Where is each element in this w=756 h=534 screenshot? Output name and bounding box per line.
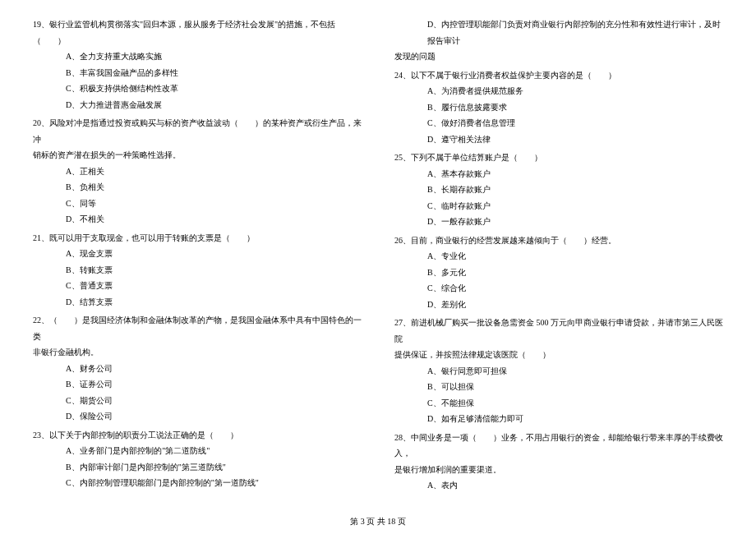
option-a: A、专业化 — [394, 248, 723, 265]
question-24: 24、以下不属于银行业消费者权益保护主要内容的是（ ） A、为消费者提供规范服务… — [394, 67, 723, 148]
question-stem: 前进机械厂购买一批设备急需资金 500 万元向甲商业银行申请贷款，并请市第三人民… — [394, 318, 723, 343]
question-27: 27、前进机械厂购买一批设备急需资金 500 万元向甲商业银行申请贷款，并请市第… — [394, 315, 723, 427]
question-text: 20、风险对冲是指通过投资或购买与标的资产收益波动（ ）的某种资产或衍生产品，来… — [33, 115, 362, 147]
option-b: B、转账支票 — [33, 262, 362, 279]
question-number: 26 — [394, 236, 403, 245]
option-a: A、现金支票 — [33, 246, 362, 262]
question-text: 24、以下不属于银行业消费者权益保护主要内容的是（ ） — [394, 67, 723, 84]
document-content: 19、银行业监管机构贯彻落实"回归本源，服从服务于经济社会发展"的措施，不包括（… — [33, 16, 723, 501]
question-continuation: 是银行增加利润的重要渠道。 — [394, 462, 723, 478]
option-a: A、基本存款账户 — [394, 166, 723, 182]
option-a: A、为消费者提供规范服务 — [394, 83, 723, 99]
question-26: 26、目前，商业银行的经营发展越来越倾向于（ ）经营。 A、专业化 B、多元化 … — [394, 232, 723, 313]
question-number: 28 — [394, 433, 403, 442]
option-a: A、正相关 — [33, 163, 362, 180]
question-text: 22、（ ）是我国经济体制和金融体制改革的产物，是我国金融体系中具有中国特色的一… — [33, 312, 362, 344]
question-20: 20、风险对冲是指通过投资或购买与标的资产收益波动（ ）的某种资产或衍生产品，来… — [33, 115, 362, 228]
question-continuation: 提供保证，并按照法律规定该医院（ ） — [394, 347, 723, 363]
question-stem: 银行业监管机构贯彻落实"回归本源，服从服务于经济社会发展"的措施，不包括（ ） — [33, 20, 335, 45]
question-23-d: D、内控管理职能部门负责对商业银行内部控制的充分性和有效性进行审计，及时报告审计… — [394, 16, 723, 65]
question-continuation: 发现的问题 — [394, 48, 723, 65]
option-a: A、全力支持重大战略实施 — [33, 48, 362, 65]
option-b: B、长期存款账户 — [394, 182, 723, 198]
option-b: B、证券公司 — [33, 376, 362, 393]
option-b: B、履行信息披露要求 — [394, 99, 723, 116]
question-number: 24 — [394, 71, 403, 80]
question-stem: 下列不属于单位结算账户是（ ） — [411, 153, 542, 162]
question-stem: 既可以用于支取现金，也可以用于转账的支票是（ ） — [49, 233, 255, 242]
question-25: 25、下列不属于单位结算账户是（ ） A、基本存款账户 B、长期存款账户 C、临… — [394, 150, 723, 230]
option-b: B、负相关 — [33, 179, 362, 196]
question-stem: 中间业务是一项（ ）业务，不用占用银行的资金，却能给银行带来丰厚的手续费收入， — [394, 433, 723, 458]
option-d: D、一般存款账户 — [394, 214, 723, 230]
option-b: B、丰富我国金融产品的多样性 — [33, 65, 362, 81]
question-text: 27、前进机械厂购买一批设备急需资金 500 万元向甲商业银行申请贷款，并请市第… — [394, 315, 723, 347]
option-b: B、可以担保 — [394, 379, 723, 395]
page-footer: 第 3 页 共 18 页 — [0, 516, 756, 527]
question-number: 20 — [33, 118, 41, 127]
question-stem: 以下关于内部控制的职责分工说法正确的是（ ） — [49, 430, 238, 440]
question-number: 22 — [33, 315, 41, 325]
option-d: D、大力推进普惠金融发展 — [33, 97, 362, 113]
question-text: 23、以下关于内部控制的职责分工说法正确的是（ ） — [33, 427, 362, 444]
option-c: C、内部控制管理职能部门是内部控制的"第一道防线" — [33, 475, 362, 491]
question-19: 19、银行业监管机构贯彻落实"回归本源，服从服务于经济社会发展"的措施，不包括（… — [33, 16, 362, 113]
option-a: A、银行同意即可担保 — [394, 363, 723, 380]
question-text: 26、目前，商业银行的经营发展越来越倾向于（ ）经营。 — [394, 232, 723, 249]
option-d: D、保险公司 — [33, 408, 362, 425]
option-c: C、普通支票 — [33, 278, 362, 294]
question-stem: 风险对冲是指通过投资或购买与标的资产收益波动（ ）的某种资产或衍生产品，来冲 — [33, 118, 362, 144]
option-b: B、内部审计部门是内部控制的"第三道防线" — [33, 459, 362, 476]
question-number: 19 — [33, 20, 41, 29]
option-d: D、如有足够清偿能力即可 — [394, 411, 723, 427]
question-28: 28、中间业务是一项（ ）业务，不用占用银行的资金，却能给银行带来丰厚的手续费收… — [394, 430, 723, 494]
question-text: 25、下列不属于单位结算账户是（ ） — [394, 150, 723, 166]
question-23: 23、以下关于内部控制的职责分工说法正确的是（ ） A、业务部门是内部控制的"第… — [33, 427, 362, 491]
option-d: D、不相关 — [33, 211, 362, 228]
question-continuation: 非银行金融机构。 — [33, 344, 362, 361]
option-d: D、结算支票 — [33, 294, 362, 311]
question-text: 19、银行业监管机构贯彻落实"回归本源，服从服务于经济社会发展"的措施，不包括（… — [33, 16, 362, 48]
question-number: 25 — [394, 153, 403, 162]
question-number: 27 — [394, 318, 403, 327]
question-stem: 以下不属于银行业消费者权益保护主要内容的是（ ） — [411, 71, 616, 80]
option-b: B、多元化 — [394, 265, 723, 281]
option-c: C、不能担保 — [394, 395, 723, 412]
question-22: 22、（ ）是我国经济体制和金融体制改革的产物，是我国金融体系中具有中国特色的一… — [33, 312, 362, 425]
option-c: C、综合化 — [394, 280, 723, 297]
option-c: C、做好消费者信息管理 — [394, 115, 723, 131]
question-text: 28、中间业务是一项（ ）业务，不用占用银行的资金，却能给银行带来丰厚的手续费收… — [394, 430, 723, 462]
option-a: A、财务公司 — [33, 361, 362, 377]
option-a: A、业务部门是内部控制的"第二道防线" — [33, 443, 362, 459]
option-d: D、遵守相关法律 — [394, 131, 723, 148]
question-continuation: 销标的资产潜在损失的一种策略性选择。 — [33, 147, 362, 163]
option-c: C、期货公司 — [33, 393, 362, 409]
option-c: C、积极支持供给侧结构性改革 — [33, 81, 362, 97]
question-stem: （ ）是我国经济体制和金融体制改革的产物，是我国金融体系中具有中国特色的一类 — [33, 315, 362, 341]
question-21: 21、既可以用于支取现金，也可以用于转账的支票是（ ） A、现金支票 B、转账支… — [33, 230, 362, 311]
option-c: C、同等 — [33, 196, 362, 212]
option-a: A、表内 — [394, 477, 723, 494]
option-c: C、临时存款账户 — [394, 198, 723, 214]
question-stem: 目前，商业银行的经营发展越来越倾向于（ ）经营。 — [411, 236, 616, 245]
option-d: D、内控管理职能部门负责对商业银行内部控制的充分性和有效性进行审计，及时报告审计 — [394, 16, 723, 48]
question-text: 21、既可以用于支取现金，也可以用于转账的支票是（ ） — [33, 230, 362, 246]
question-number: 23 — [33, 430, 41, 440]
question-number: 21 — [33, 233, 41, 242]
option-d: D、差别化 — [394, 297, 723, 313]
